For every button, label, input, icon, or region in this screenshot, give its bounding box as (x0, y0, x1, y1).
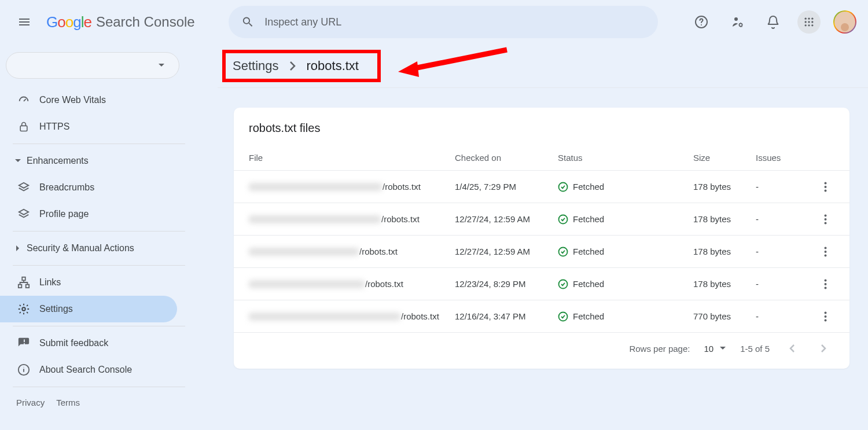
file-cell: /robots.txt (249, 241, 455, 262)
row-more-button[interactable] (809, 214, 841, 225)
help-icon (694, 15, 708, 29)
table-header: File Checked on Status Size Issues (234, 145, 849, 171)
breadcrumb-parent[interactable]: Settings (233, 58, 279, 73)
row-more-button[interactable] (809, 279, 841, 289)
logo-block[interactable]: Google Search Console (46, 13, 195, 31)
apps-button[interactable] (797, 10, 821, 34)
row-more-button[interactable] (809, 311, 841, 322)
account-avatar[interactable] (833, 10, 856, 34)
search-input[interactable] (264, 16, 645, 28)
svg-point-38 (824, 319, 826, 321)
svg-point-17 (22, 307, 25, 311)
nav-enhancements-toggle[interactable]: Enhancements (0, 148, 185, 174)
robots-files-card: robots.txt files File Checked on Status … (234, 108, 849, 369)
more-vert-icon (824, 247, 827, 257)
checked-cell: 12/27/24, 12:59 AM (455, 247, 558, 256)
svg-point-11 (808, 24, 810, 26)
terms-link[interactable]: Terms (56, 398, 80, 407)
check-circle-icon (558, 214, 568, 225)
svg-point-33 (824, 283, 826, 285)
nav-settings[interactable]: Settings (0, 296, 177, 322)
nav-label: Links (39, 277, 61, 288)
size-cell: 178 bytes (693, 247, 756, 256)
checked-cell: 12/16/24, 3:47 PM (455, 311, 558, 321)
col-issues: Issues (756, 153, 809, 163)
nav-https[interactable]: HTTPS (0, 113, 177, 140)
breadcrumb-current: robots.txt (307, 58, 359, 73)
gear-icon (17, 303, 30, 315)
svg-point-24 (824, 214, 826, 216)
lock-icon (18, 121, 30, 133)
size-cell: 770 bytes (693, 311, 756, 321)
table-pager: Rows per page: 10 1-5 of 5 (234, 333, 849, 364)
rows-per-page-label: Rows per page: (629, 344, 690, 354)
status-cell: Fetched (558, 182, 693, 192)
avatar-image (834, 12, 855, 32)
caret-down-icon (15, 158, 21, 164)
svg-point-7 (805, 21, 807, 23)
svg-point-5 (808, 18, 810, 20)
table-row[interactable]: /robots.txt 1/4/25, 7:29 PM Fetched 178 … (234, 171, 849, 203)
google-logo: Google (46, 13, 91, 31)
svg-point-12 (811, 24, 813, 26)
dropdown-icon (158, 63, 165, 68)
nav-breadcrumbs[interactable]: Breadcrumbs (0, 174, 177, 201)
users-button[interactable] (726, 10, 749, 34)
svg-point-28 (824, 247, 826, 249)
nav-about[interactable]: About Search Console (0, 357, 177, 383)
size-cell: 178 bytes (693, 214, 756, 224)
notifications-button[interactable] (762, 10, 785, 34)
redacted-url (249, 280, 365, 288)
nav-feedback[interactable]: Submit feedback (0, 330, 177, 357)
row-more-button[interactable] (809, 182, 841, 192)
svg-point-22 (824, 189, 826, 192)
col-checked: Checked on (455, 153, 558, 163)
speed-icon (17, 94, 30, 106)
chevron-left-icon (789, 344, 795, 353)
caret-right-icon (15, 245, 21, 251)
search-icon (241, 15, 255, 29)
dropdown-icon (719, 346, 726, 351)
issues-cell: - (756, 311, 809, 321)
more-vert-icon (824, 311, 827, 322)
row-more-button[interactable] (809, 247, 841, 257)
svg-point-10 (805, 24, 807, 26)
product-name: Search Console (96, 14, 195, 30)
chevron-right-icon (821, 344, 826, 353)
nav-profile-page[interactable]: Profile page (0, 201, 177, 227)
svg-point-25 (824, 218, 826, 220)
svg-point-9 (811, 21, 813, 23)
checked-cell: 12/27/24, 12:59 AM (455, 214, 558, 224)
privacy-link[interactable]: Privacy (16, 398, 45, 407)
help-button[interactable] (690, 10, 713, 34)
svg-rect-16 (26, 285, 29, 288)
hamburger-menu[interactable] (12, 9, 37, 35)
search-bar[interactable] (229, 6, 658, 38)
table-row[interactable]: /robots.txt 12/23/24, 8:29 PM Fetched 17… (234, 268, 849, 300)
pager-prev[interactable] (784, 340, 801, 357)
property-selector[interactable] (6, 52, 179, 79)
nav-links[interactable]: Links (0, 269, 177, 296)
nav-label: HTTPS (39, 122, 69, 132)
rows-per-page-select[interactable]: 10 (704, 344, 726, 354)
col-file: File (249, 153, 455, 163)
svg-point-6 (811, 18, 813, 20)
status-cell: Fetched (558, 247, 693, 257)
table-row[interactable]: /robots.txt 12/27/24, 12:59 AM Fetched 1… (234, 236, 849, 268)
nav-core-web-vitals[interactable]: Core Web Vitals (0, 87, 177, 113)
nav-section-label: Enhancements (27, 156, 89, 166)
nav-label: About Search Console (39, 365, 132, 375)
table-row[interactable]: /robots.txt 12/16/24, 3:47 PM Fetched 77… (234, 300, 849, 333)
size-cell: 178 bytes (693, 279, 756, 289)
svg-point-4 (805, 18, 807, 20)
table-row[interactable]: /robots.txt 12/27/24, 12:59 AM Fetched 1… (234, 203, 849, 236)
redacted-url (249, 248, 359, 256)
col-status: Status (558, 153, 693, 163)
checked-cell: 12/23/24, 8:29 PM (455, 279, 558, 289)
svg-point-30 (824, 254, 826, 256)
annotation-arrow (391, 45, 513, 86)
svg-rect-15 (19, 285, 21, 288)
pager-next[interactable] (815, 340, 832, 357)
nav-security-toggle[interactable]: Security & Manual Actions (0, 235, 185, 262)
issues-cell: - (756, 247, 809, 256)
